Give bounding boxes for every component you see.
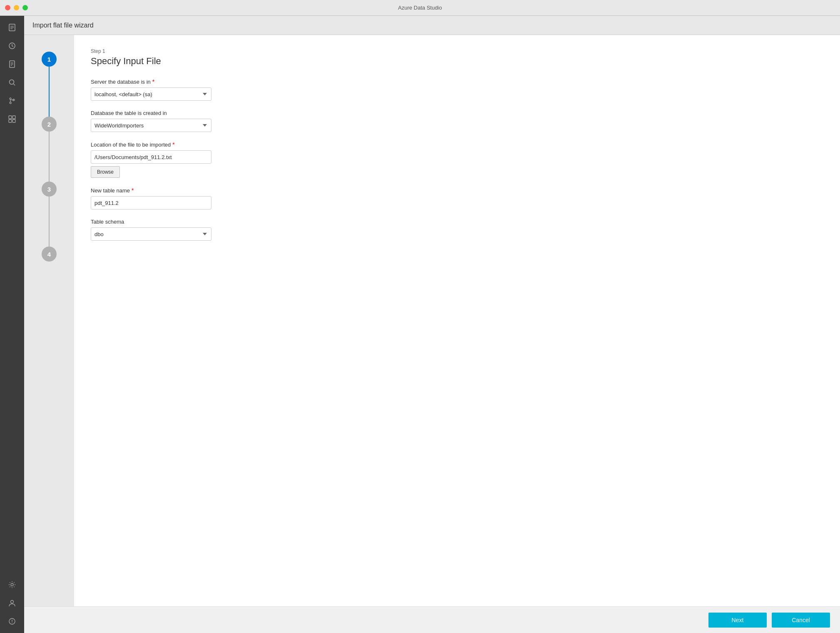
file-location-label: Location of the file to be imported * [91, 141, 823, 148]
step-item-4[interactable]: 4 [42, 247, 57, 262]
step-circle-3[interactable]: 3 [42, 182, 57, 197]
schema-group: Table schema dbo [91, 219, 823, 241]
step-connector-2-3 [49, 132, 50, 182]
wizard-footer: Next Cancel [24, 606, 840, 633]
cancel-button[interactable]: Cancel [772, 613, 830, 628]
svg-point-19 [11, 583, 13, 586]
step-label: Step 1 [91, 48, 823, 54]
wizard-body: 1 2 3 [24, 35, 840, 606]
schema-label: Table schema [91, 219, 823, 225]
main-content: Import flat file wizard 1 2 [24, 16, 840, 633]
sidebar-icon-warning[interactable] [4, 613, 20, 630]
sidebar-icon-settings[interactable] [4, 576, 20, 593]
table-required-star: * [132, 187, 134, 194]
step-circle-2[interactable]: 2 [42, 117, 57, 132]
titlebar: Azure Data Studio [0, 0, 840, 16]
sidebar-icon-search[interactable] [4, 74, 20, 91]
sidebar-icon-document[interactable] [4, 56, 20, 72]
step-navigator: 1 2 3 [24, 35, 74, 606]
step-heading: Specify Input File [91, 56, 823, 67]
server-select[interactable]: localhost, <default> (sa) [91, 87, 211, 101]
file-location-input[interactable] [91, 150, 211, 164]
sidebar-icon-account[interactable] [4, 595, 20, 611]
svg-rect-16 [12, 116, 15, 119]
sidebar-icon-explorer[interactable] [4, 19, 20, 36]
svg-rect-15 [9, 116, 12, 119]
file-required-star: * [172, 141, 174, 148]
svg-point-23 [12, 623, 12, 623]
schema-select[interactable]: dbo [91, 227, 211, 241]
sidebar-icon-extensions[interactable] [4, 111, 20, 127]
svg-rect-18 [12, 120, 15, 122]
server-group: Server the database is in * localhost, <… [91, 78, 823, 101]
sidebar-bottom [4, 576, 20, 630]
step-connector-1-2 [49, 67, 50, 117]
server-label: Server the database is in * [91, 78, 823, 85]
svg-rect-17 [9, 120, 12, 122]
step-connector-3-4 [49, 197, 50, 247]
sidebar-icon-history[interactable] [4, 37, 20, 54]
step-item-3[interactable]: 3 [42, 182, 57, 197]
maximize-button[interactable] [22, 5, 28, 10]
browse-button[interactable]: Browse [91, 166, 120, 178]
database-select[interactable]: WideWorldImporters [91, 119, 211, 132]
sidebar-icon-git[interactable] [4, 92, 20, 109]
svg-point-11 [10, 98, 11, 100]
svg-point-20 [11, 601, 14, 603]
step-item-2[interactable]: 2 [42, 117, 57, 132]
new-table-label: New table name * [91, 187, 823, 194]
wizard-title: Import flat file wizard [32, 22, 94, 29]
database-label: Database the table is created in [91, 110, 823, 116]
step-circle-4[interactable]: 4 [42, 247, 57, 262]
svg-point-12 [10, 102, 11, 104]
new-table-input[interactable] [91, 196, 211, 209]
minimize-button[interactable] [14, 5, 19, 10]
file-location-group: Location of the file to be imported * Br… [91, 141, 823, 178]
next-button[interactable]: Next [708, 613, 767, 628]
form-area: Step 1 Specify Input File Server the dat… [74, 35, 840, 606]
close-button[interactable] [5, 5, 10, 10]
sidebar [0, 16, 24, 633]
server-required-star: * [152, 78, 154, 85]
svg-point-9 [10, 80, 14, 85]
database-group: Database the table is created in WideWor… [91, 110, 823, 132]
window-controls[interactable] [5, 5, 28, 10]
window-title: Azure Data Studio [398, 5, 442, 11]
step-item-1[interactable]: 1 [42, 52, 57, 67]
svg-line-10 [14, 84, 15, 86]
new-table-group: New table name * [91, 187, 823, 209]
step-circle-1[interactable]: 1 [42, 52, 57, 67]
wizard-header: Import flat file wizard [24, 16, 840, 35]
